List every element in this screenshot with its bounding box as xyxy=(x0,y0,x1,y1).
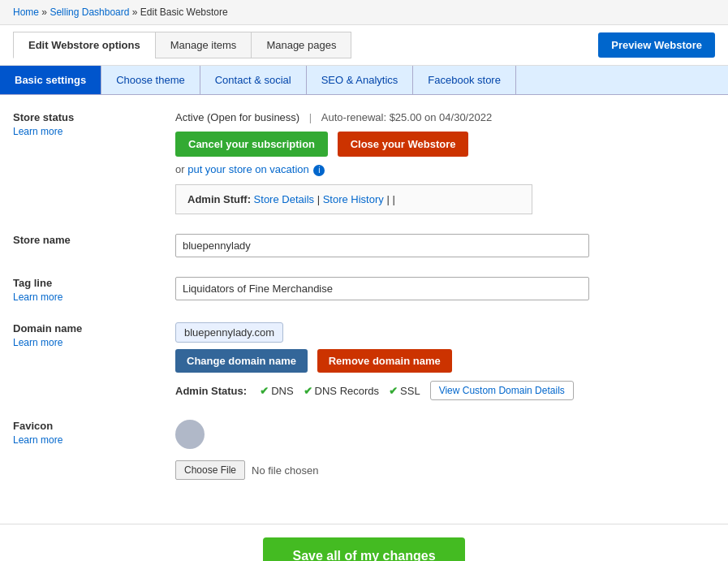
tag-line-section: Tag line Learn more xyxy=(13,277,715,303)
sub-tab-contact-social[interactable]: Contact & social xyxy=(200,66,307,94)
change-domain-button[interactable]: Change domain name xyxy=(175,349,308,373)
favicon-section: Favicon Learn more Choose File No file c… xyxy=(13,420,715,480)
tab-edit-webstore-options[interactable]: Edit Webstore options xyxy=(13,32,156,58)
store-status-separator: | xyxy=(309,111,315,123)
vacation-link[interactable]: put your store on vacation xyxy=(187,163,309,175)
store-name-title: Store name xyxy=(13,234,71,246)
tag-line-label-col: Tag line Learn more xyxy=(13,277,175,303)
cancel-subscription-button[interactable]: Cancel your subscription xyxy=(175,132,328,157)
dns-check-icon: ✔ xyxy=(260,385,269,397)
admin-store-history-link[interactable]: Store History xyxy=(323,193,384,205)
view-custom-domain-details-button[interactable]: View Custom Domain Details xyxy=(430,381,574,400)
ssl-check-icon: ✔ xyxy=(389,385,398,397)
domain-badge: bluepennylady.com xyxy=(175,322,283,343)
store-status-learn-more[interactable]: Learn more xyxy=(13,126,162,137)
admin-store-details-link[interactable]: Store Details xyxy=(254,193,314,205)
breadcrumb-selling-dashboard-link[interactable]: Selling Dashboard xyxy=(50,6,129,18)
domain-buttons: Change domain name Remove domain name xyxy=(175,349,715,373)
ssl-label: SSL xyxy=(400,385,420,397)
tag-line-title: Tag line xyxy=(13,277,52,289)
domain-name-title: Domain name xyxy=(13,322,82,334)
favicon-title: Favicon xyxy=(13,420,53,432)
vacation-info-icon[interactable]: i xyxy=(313,165,325,176)
remove-domain-button[interactable]: Remove domain name xyxy=(317,349,452,373)
domain-name-label-col: Domain name Learn more xyxy=(13,322,175,400)
favicon-preview-icon xyxy=(175,420,205,449)
favicon-learn-more[interactable]: Learn more xyxy=(13,434,162,446)
save-bar: Save all of my changes xyxy=(0,524,728,561)
save-all-changes-button[interactable]: Save all of my changes xyxy=(263,537,464,561)
breadcrumb-sep2: » xyxy=(132,6,140,18)
dns-records-label: DNS Records xyxy=(315,385,379,397)
admin-stuff-box: Admin Stuff: Store Details | Store Histo… xyxy=(175,184,532,214)
file-choose-row: Choose File No file chosen xyxy=(175,460,715,480)
domain-name-section: Domain name Learn more bluepennylady.com… xyxy=(13,322,715,400)
tag-line-content xyxy=(175,277,715,303)
admin-extra: | | xyxy=(386,193,394,205)
store-name-content xyxy=(175,234,715,257)
breadcrumb-current: Edit Basic Webstore xyxy=(140,6,228,18)
sub-tabs: Basic settings Choose theme Contact & so… xyxy=(0,66,728,95)
store-status-content: Active (Open for business) | Auto-renewa… xyxy=(175,111,715,214)
favicon-content: Choose File No file chosen xyxy=(175,420,715,480)
store-status-label-col: Store status Learn more xyxy=(13,111,175,214)
tag-line-learn-more[interactable]: Learn more xyxy=(13,291,162,303)
favicon-image-container xyxy=(175,420,715,455)
sub-tab-facebook-store[interactable]: Facebook store xyxy=(413,66,516,94)
store-status-line: Active (Open for business) | Auto-renewa… xyxy=(175,111,715,123)
ssl-status: ✔ SSL xyxy=(389,385,420,397)
favicon-label-col: Favicon Learn more xyxy=(13,420,175,480)
breadcrumb: Home » Selling Dashboard » Edit Basic We… xyxy=(0,0,728,25)
domain-name-learn-more[interactable]: Learn more xyxy=(13,337,162,348)
tab-manage-items[interactable]: Manage items xyxy=(155,32,252,58)
vacation-line: or put your store on vacation i xyxy=(175,163,715,176)
top-tabs: Edit Webstore options Manage items Manag… xyxy=(13,32,351,58)
dns-status: ✔ DNS xyxy=(260,385,293,397)
tag-line-input[interactable] xyxy=(175,277,589,300)
store-status-title: Store status xyxy=(13,111,74,123)
store-auto-renewal: Auto-renewal: $25.00 on 04/30/2022 xyxy=(321,111,492,123)
store-name-section: Store name xyxy=(13,234,715,257)
tab-manage-pages[interactable]: Manage pages xyxy=(251,32,351,58)
preview-webstore-button[interactable]: Preview Webstore xyxy=(598,32,715,58)
store-status-section: Store status Learn more Active (Open for… xyxy=(13,111,715,214)
store-name-input[interactable] xyxy=(175,234,589,257)
close-webstore-button[interactable]: Close your Webstore xyxy=(338,132,469,157)
breadcrumb-sep1: » xyxy=(41,6,50,18)
dns-records-check-icon: ✔ xyxy=(304,385,312,397)
store-name-label-col: Store name xyxy=(13,234,175,257)
no-file-chosen-text: No file chosen xyxy=(252,464,318,477)
domain-name-content: bluepennylady.com Change domain name Rem… xyxy=(175,322,715,400)
admin-stuff-title: Admin Stuff: xyxy=(187,193,251,205)
sub-tab-choose-theme[interactable]: Choose theme xyxy=(101,66,200,94)
main-content: Store status Learn more Active (Open for… xyxy=(0,95,728,516)
sub-tab-basic-settings[interactable]: Basic settings xyxy=(0,66,101,94)
store-status-buttons: Cancel your subscription Close your Webs… xyxy=(175,132,715,157)
breadcrumb-home-link[interactable]: Home xyxy=(13,6,39,18)
sub-tab-seo-analytics[interactable]: SEO & Analytics xyxy=(307,66,414,94)
admin-sep: | xyxy=(317,193,323,205)
dns-records-status: ✔ DNS Records xyxy=(304,385,379,397)
admin-status-label: Admin Status: xyxy=(175,385,250,397)
choose-file-button[interactable]: Choose File xyxy=(175,460,245,480)
top-tabs-bar: Edit Webstore options Manage items Manag… xyxy=(0,25,728,66)
admin-status-row: Admin Status: ✔ DNS ✔ DNS Records ✔ SSL … xyxy=(175,381,715,400)
dns-label: DNS xyxy=(271,385,293,397)
vacation-prefix: or xyxy=(175,163,185,175)
store-status-active: Active (Open for business) xyxy=(175,111,299,123)
